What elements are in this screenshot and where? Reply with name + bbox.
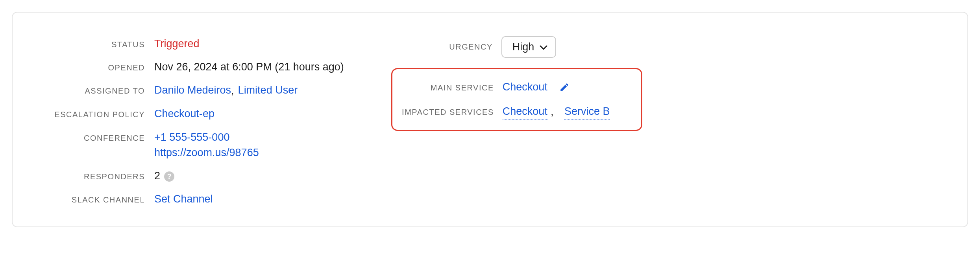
urgency-label: URGENCY	[395, 42, 501, 52]
main-service-link[interactable]: Checkout	[503, 79, 547, 95]
conference-row: CONFERENCE +1 555-555-000 https://zoom.u…	[36, 130, 344, 160]
status-value: Triggered	[154, 36, 200, 52]
right-column: URGENCY High MAIN SERVICE Checkout	[391, 36, 643, 207]
status-row: STATUS Triggered	[36, 36, 344, 52]
assigned-label: ASSIGNED TO	[36, 85, 154, 97]
urgency-select[interactable]: High	[501, 36, 557, 58]
status-label: STATUS	[36, 39, 154, 50]
main-service-row: MAIN SERVICE Checkout	[396, 79, 610, 95]
chevron-down-icon	[540, 41, 547, 53]
urgency-value: High	[512, 41, 534, 53]
impacted-services-row: IMPACTED SERVICES Checkout, Service B	[396, 104, 610, 120]
assigned-user-link[interactable]: Danilo Medeiros	[154, 83, 231, 98]
assigned-row: ASSIGNED TO Danilo Medeiros, Limited Use…	[36, 83, 344, 98]
opened-row: OPENED Nov 26, 2024 at 6:00 PM (21 hours…	[36, 59, 344, 75]
impacted-services-value: Checkout, Service B	[503, 104, 610, 120]
services-highlight-box: MAIN SERVICE Checkout IMPACTED SERVICES …	[391, 68, 643, 131]
slack-label: SLACK CHANNEL	[36, 194, 154, 206]
assigned-value: Danilo Medeiros, Limited User	[154, 83, 298, 98]
responders-row: RESPONDERS 2 ?	[36, 168, 344, 184]
incident-details-card: STATUS Triggered OPENED Nov 26, 2024 at …	[12, 12, 968, 227]
responders-value: 2 ?	[154, 168, 174, 184]
impacted-services-label: IMPACTED SERVICES	[396, 107, 503, 118]
conference-label: CONFERENCE	[36, 132, 154, 144]
set-slack-channel-link[interactable]: Set Channel	[154, 191, 213, 207]
conference-value: +1 555-555-000 https://zoom.us/98765	[154, 130, 259, 160]
conference-url-link[interactable]: https://zoom.us/98765	[154, 145, 259, 160]
separator: ,	[231, 83, 234, 98]
left-column: STATUS Triggered OPENED Nov 26, 2024 at …	[36, 36, 344, 207]
impacted-service-link[interactable]: Service B	[564, 104, 610, 120]
escalation-label: ESCALATION POLICY	[36, 109, 154, 120]
pencil-icon[interactable]	[559, 82, 570, 92]
responders-label: RESPONDERS	[36, 171, 154, 182]
urgency-row: URGENCY High	[391, 36, 643, 58]
conference-phone-link[interactable]: +1 555-555-000	[154, 130, 259, 145]
main-service-value: Checkout	[503, 79, 570, 95]
main-service-label: MAIN SERVICE	[396, 82, 503, 94]
opened-label: OPENED	[36, 62, 154, 74]
help-icon[interactable]: ?	[164, 171, 174, 182]
escalation-value: Checkout-ep	[154, 106, 214, 121]
assigned-user-link[interactable]: Limited User	[238, 83, 298, 98]
escalation-row: ESCALATION POLICY Checkout-ep	[36, 106, 344, 121]
slack-row: SLACK CHANNEL Set Channel	[36, 191, 344, 207]
escalation-policy-link[interactable]: Checkout-ep	[154, 106, 214, 121]
slack-value: Set Channel	[154, 191, 213, 207]
responders-count: 2	[154, 168, 160, 184]
impacted-service-link[interactable]: Checkout	[503, 104, 547, 120]
opened-value: Nov 26, 2024 at 6:00 PM (21 hours ago)	[154, 59, 344, 75]
separator: ,	[551, 104, 554, 120]
